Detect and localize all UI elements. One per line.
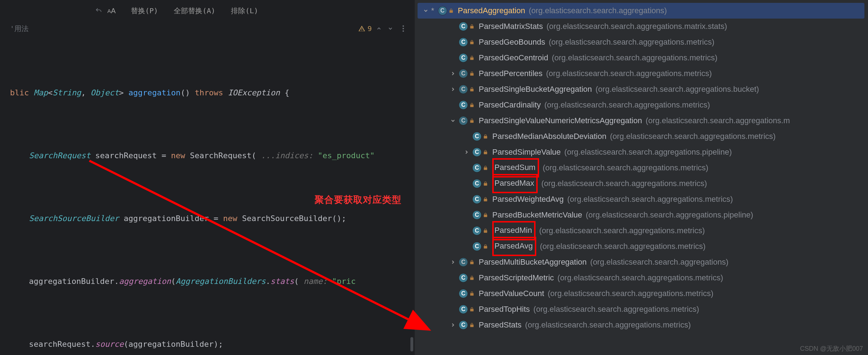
tree-class-name: ParsedValueCount [479,286,544,301]
tree-row[interactable]: CParsedMultiBucketAggregation(org.elasti… [418,254,868,270]
chevron-right-icon[interactable] [449,258,457,266]
tree-row[interactable]: CParsedValueCount(org.elasticsearch.sear… [418,286,868,301]
prev-occurrence-icon[interactable] [375,24,383,33]
class-hierarchy-tree[interactable]: * C ParsedAggregation (org.elasticsearch… [415,0,868,336]
tree-row[interactable]: CParsedGeoBounds(org.elasticsearch.searc… [418,34,868,50]
lock-icon [469,86,475,92]
chevron-down-icon[interactable] [421,6,430,15]
lock-icon [482,133,489,140]
class-icon: C [459,85,468,94]
tree-class-name: ParsedWeightedAvg [492,191,564,207]
root-container: AA 替换(P) 全部替换(A) 排除(L) '用法 9 [0,0,868,355]
class-icon: C [472,148,482,157]
tree-package: (org.elasticsearch.search.aggregations.m… [552,50,717,66]
problems-badge[interactable]: 9 [358,24,372,33]
tree-class-name: ParsedAggregation [458,3,525,19]
class-icon: C [459,69,468,78]
class-icon: C [438,6,447,15]
next-occurrence-icon[interactable] [386,24,395,33]
tree-class-name: ParsedSimpleValue [492,144,561,160]
tree-class-name: ParsedCardinality [479,97,541,113]
class-icon: C [459,22,468,31]
lock-icon [469,39,475,45]
lock-icon [482,228,489,234]
lock-icon [469,259,475,265]
tree-row[interactable]: CParsedSum(org.elasticsearch.search.aggr… [418,160,868,176]
class-icon: C [472,132,482,141]
class-icon: C [472,163,482,172]
tree-row[interactable]: CParsedMax(org.elasticsearch.search.aggr… [418,176,868,191]
tree-package: (org.elasticsearch.search.aggregations.m… [557,270,723,286]
font-size-icon[interactable]: AA [107,6,117,16]
tree-package: (org.elasticsearch.search.aggregations.m… [567,191,733,207]
tree-row[interactable]: CParsedSingleValueNumericMetricsAggregat… [418,113,868,129]
tree-class-name: ParsedMedianAbsoluteDeviation [492,129,606,144]
scrollbar-thumb[interactable] [410,337,413,351]
find-replace-toolbar: AA 替换(P) 全部替换(A) 排除(L) [0,0,415,21]
chevron-down-icon[interactable] [449,116,457,125]
exclude-button[interactable]: 排除(L) [225,4,265,18]
annotation-text: 聚合要获取对应类型 [315,194,401,206]
replace-button[interactable]: 替换(P) [124,4,164,18]
tree-row[interactable]: CParsedMedianAbsoluteDeviation(org.elast… [418,129,868,144]
tree-class-name: ParsedScriptedMetric [479,270,554,286]
lock-icon [469,275,475,281]
lock-icon [469,102,475,108]
lock-icon [469,23,475,30]
tree-class-name: ParsedPercentiles [479,66,543,81]
chevron-right-icon[interactable] [449,69,457,78]
tree-class-name: ParsedSingleBucketAggregation [479,81,592,97]
tree-row[interactable]: CParsedTopHits(org.elasticsearch.search.… [418,301,868,317]
tree-row[interactable]: CParsedScriptedMetric(org.elasticsearch.… [418,270,868,286]
class-icon: C [459,273,468,282]
tree-row[interactable]: CParsedSingleBucketAggregation(org.elast… [418,81,868,97]
undo-icon[interactable] [94,6,104,16]
class-icon: C [472,179,482,188]
tree-row[interactable]: CParsedCardinality(org.elasticsearch.sea… [418,97,868,113]
class-icon: C [459,100,468,110]
class-icon: C [459,38,468,47]
class-icon: C [459,305,468,314]
tree-row[interactable]: CParsedStats(org.elasticsearch.search.ag… [418,317,868,333]
tree-row[interactable]: CParsedSimpleValue(org.elasticsearch.sea… [418,144,868,160]
tree-package: (org.elasticsearch.search.aggregations) [590,254,728,270]
class-icon: C [459,258,468,267]
tree-package: (org.elasticsearch.search.aggregations.m… [610,129,775,144]
lock-icon [469,70,475,77]
lock-icon [482,149,489,155]
tree-row[interactable]: CParsedMatrixStats(org.elasticsearch.sea… [418,19,868,34]
tree-class-name: ParsedMax [492,174,538,193]
tree-class-name: ParsedMultiBucketAggregation [479,254,587,270]
tree-package: (org.elasticsearch.search.aggregations.m… [546,66,712,81]
tree-class-name: ParsedMatrixStats [479,19,543,34]
tree-package: (org.elasticsearch.search.aggregations) [529,3,667,19]
lock-icon [482,196,489,202]
tree-row[interactable]: CParsedAvg(org.elasticsearch.search.aggr… [418,239,868,254]
tree-package: (org.elasticsearch.search.aggregations.m… [541,176,707,191]
tree-row[interactable]: CParsedPercentiles(org.elasticsearch.sea… [418,66,868,81]
tree-row[interactable]: CParsedWeightedAvg(org.elasticsearch.sea… [418,191,868,207]
tree-root-row[interactable]: * C ParsedAggregation (org.elasticsearch… [418,3,864,19]
chevron-right-icon[interactable] [449,321,457,329]
svg-point-2 [403,30,404,32]
lock-icon [469,55,475,61]
tree-package: (org.elasticsearch.search.aggregations.m… [525,317,691,333]
tree-class-name: ParsedGeoCentroid [479,50,548,66]
tree-row[interactable]: CParsedMin(org.elasticsearch.search.aggr… [418,223,868,239]
watermark: CSDN @无敌小肥007 [800,344,863,353]
chevron-right-icon[interactable] [449,85,457,94]
replace-all-button[interactable]: 全部替换(A) [167,4,222,18]
tree-row[interactable]: CParsedGeoCentroid(org.elasticsearch.sea… [418,50,868,66]
chevron-right-icon[interactable] [462,148,471,156]
tree-class-name: ParsedStats [479,317,522,333]
lock-icon [469,290,475,297]
usage-bar: '用法 9 [0,21,415,36]
class-icon: C [459,53,468,62]
class-icon: C [459,320,468,330]
tree-row[interactable]: CParsedBucketMetricValue(org.elasticsear… [418,207,868,223]
class-icon: C [459,289,468,298]
svg-point-0 [403,25,404,27]
more-icon[interactable] [399,24,408,33]
usage-label: '用法 [10,24,29,34]
lock-icon [482,165,489,171]
